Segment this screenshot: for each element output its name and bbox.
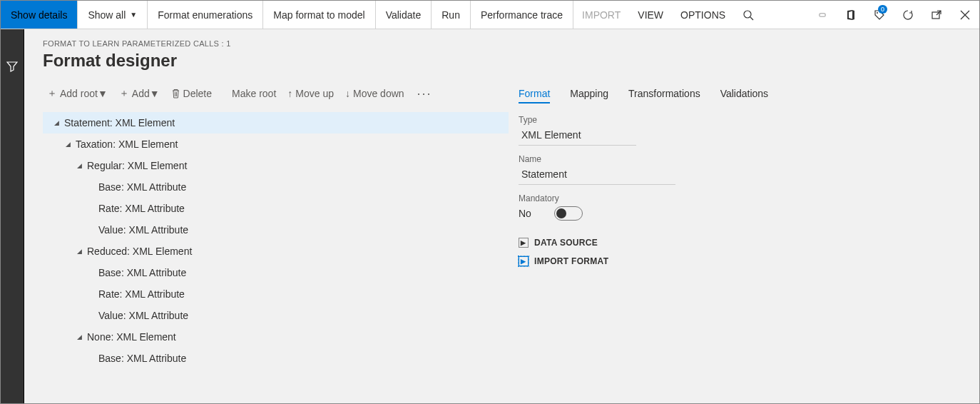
popout-button[interactable] — [922, 1, 951, 29]
svg-line-1 — [750, 17, 753, 20]
format-tree: ◢Statement: XML Element◢Taxation: XML El… — [24, 106, 509, 369]
make-root-label: Make root — [232, 88, 276, 99]
tree-expander-icon[interactable]: ◢ — [74, 248, 84, 255]
page-title: Format designer — [24, 51, 979, 81]
run-button[interactable]: Run — [432, 1, 471, 29]
arrow-down-icon: ↓ — [345, 88, 350, 99]
type-label: Type — [519, 115, 979, 125]
expand-right-icon: ▶ — [519, 256, 529, 266]
format-enumerations-button[interactable]: Format enumerations — [148, 1, 263, 29]
name-input[interactable]: Statement — [519, 164, 675, 185]
tree-row[interactable]: ◢Statement: XML Element — [43, 112, 509, 133]
plus-icon: ＋ — [47, 87, 57, 100]
tree-row[interactable]: Rate: XML Attribute — [43, 198, 509, 219]
layout: FORMAT TO LEARN PARAMETERIZED CALLS : 1 … — [1, 29, 979, 403]
import-button[interactable]: IMPORT — [573, 1, 629, 29]
tree-label: None: XML Element — [87, 331, 176, 343]
tree-label: Value: XML Attribute — [98, 310, 188, 321]
search-button[interactable] — [734, 1, 762, 29]
tree-label: Value: XML Attribute — [98, 224, 188, 236]
breadcrumb: FORMAT TO LEARN PARAMETERIZED CALLS : 1 — [24, 29, 979, 51]
tree-label: Rate: XML Attribute — [98, 203, 185, 214]
mandatory-label: Mandatory — [519, 193, 979, 203]
show-details-button[interactable]: Show details — [1, 1, 78, 29]
office-icon-button[interactable] — [837, 1, 865, 29]
close-button[interactable] — [951, 1, 979, 29]
name-label: Name — [519, 154, 979, 164]
link-icon-button[interactable] — [808, 1, 837, 29]
mandatory-toggle[interactable] — [554, 206, 583, 221]
sidebar — [1, 29, 24, 403]
right-tabs: Format Mapping Transformations Validatio… — [519, 81, 979, 111]
view-button[interactable]: VIEW — [629, 1, 672, 29]
tree-row[interactable]: Base: XML Attribute — [43, 262, 509, 283]
svg-point-0 — [744, 11, 751, 18]
trash-icon — [171, 89, 180, 99]
type-value: XML Element — [519, 125, 636, 146]
tab-transformations[interactable]: Transformations — [628, 85, 700, 103]
tree-label: Base: XML Attribute — [98, 353, 186, 364]
popout-icon — [931, 9, 942, 21]
add-root-button[interactable]: ＋Add root▼ — [43, 84, 112, 103]
tab-format[interactable]: Format — [519, 85, 550, 103]
tree-label: Reduced: XML Element — [87, 246, 192, 257]
chevron-down-icon: ▼ — [130, 11, 137, 19]
tree-expander-icon[interactable]: ◢ — [63, 141, 73, 148]
filter-icon — [6, 61, 18, 72]
make-root-button[interactable]: Make root — [228, 85, 280, 102]
performance-trace-button[interactable]: Performance trace — [471, 1, 573, 29]
close-icon — [960, 10, 970, 20]
chevron-down-icon: ▼ — [150, 88, 160, 99]
office-icon — [845, 9, 857, 21]
refresh-button[interactable] — [894, 1, 922, 29]
move-up-label: Move up — [295, 88, 334, 99]
tree-row[interactable]: Value: XML Attribute — [43, 305, 509, 326]
expand-right-icon: ▶ — [519, 238, 529, 248]
validate-button[interactable]: Validate — [376, 1, 432, 29]
tree-toolbar: ＋Add root▼ ＋Add▼ Delete Make root ↑Move … — [24, 81, 509, 106]
delete-button[interactable]: Delete — [167, 85, 216, 102]
move-down-button[interactable]: ↓Move down — [341, 85, 409, 102]
move-down-label: Move down — [353, 88, 404, 99]
tree-label: Base: XML Attribute — [98, 181, 186, 193]
mandatory-value: No — [519, 208, 531, 219]
filter-button[interactable] — [1, 55, 24, 78]
tree-expander-icon[interactable]: ◢ — [74, 162, 84, 169]
tree-expander-icon[interactable]: ◢ — [74, 333, 84, 340]
notification-button[interactable]: 0 — [865, 1, 894, 29]
tree-row[interactable]: ◢Regular: XML Element — [43, 155, 509, 176]
topbar: Show details Show all▼ Format enumeratio… — [1, 1, 979, 29]
more-button[interactable]: ··· — [412, 86, 438, 101]
tree-row[interactable]: Value: XML Attribute — [43, 219, 509, 241]
data-source-expander[interactable]: ▶DATA SOURCE — [519, 233, 979, 252]
map-format-to-model-button[interactable]: Map format to model — [263, 1, 375, 29]
link-icon — [817, 10, 828, 20]
tree-row[interactable]: ◢None: XML Element — [43, 326, 509, 348]
left-pane: ＋Add root▼ ＋Add▼ Delete Make root ↑Move … — [24, 81, 509, 403]
tab-validations[interactable]: Validations — [720, 85, 768, 103]
tree-label: Statement: XML Element — [64, 117, 175, 128]
show-all-label: Show all — [88, 9, 126, 21]
options-button[interactable]: OPTIONS — [672, 1, 734, 29]
tree-row[interactable]: Base: XML Attribute — [43, 176, 509, 198]
move-up-button[interactable]: ↑Move up — [283, 85, 338, 102]
tree-row[interactable]: ◢Taxation: XML Element — [43, 133, 509, 155]
import-format-expander[interactable]: ▶IMPORT FORMAT — [519, 252, 979, 271]
add-label: Add — [132, 88, 150, 99]
tab-mapping[interactable]: Mapping — [570, 85, 608, 103]
data-source-label: DATA SOURCE — [534, 238, 598, 248]
import-format-label: IMPORT FORMAT — [534, 256, 608, 266]
chevron-down-icon: ▼ — [98, 88, 108, 99]
right-pane: Format Mapping Transformations Validatio… — [509, 81, 979, 403]
search-icon — [742, 9, 754, 21]
svg-point-2 — [877, 12, 878, 14]
tree-row[interactable]: Base: XML Attribute — [43, 348, 509, 369]
content: ＋Add root▼ ＋Add▼ Delete Make root ↑Move … — [24, 81, 979, 403]
add-button[interactable]: ＋Add▼ — [115, 84, 164, 103]
show-all-button[interactable]: Show all▼ — [78, 1, 148, 29]
tree-row[interactable]: Rate: XML Attribute — [43, 283, 509, 305]
tree-row[interactable]: ◢Reduced: XML Element — [43, 241, 509, 262]
add-root-label: Add root — [60, 88, 98, 99]
tree-expander-icon[interactable]: ◢ — [51, 119, 61, 126]
plus-icon: ＋ — [119, 87, 129, 100]
